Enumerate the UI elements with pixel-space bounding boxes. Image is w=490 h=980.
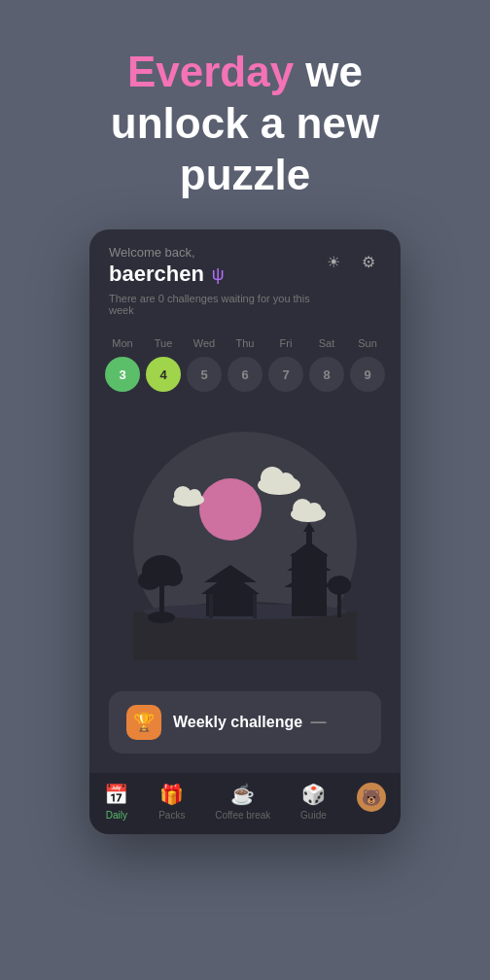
hero-section: Everday we unlock a new puzzle [72, 47, 418, 200]
day-label-wed: Wed [187, 337, 222, 349]
nav-coffee-break[interactable]: ☕ Coffee break [215, 783, 270, 821]
daily-label: Daily [106, 810, 127, 821]
settings-icon[interactable]: ⚙ [356, 249, 381, 274]
day-label-tue: Tue [146, 337, 181, 349]
guide-label: Guide [300, 810, 327, 821]
svg-rect-19 [206, 592, 255, 616]
svg-point-1 [199, 478, 262, 541]
hero-highlight: Everday [127, 48, 294, 95]
day-label-fri: Fri [268, 337, 303, 349]
phone-card: Welcome back, baerchen ψ There are 0 cha… [89, 229, 401, 834]
bottom-nav: 📅 Daily 🎁 Packs ☕ Coffee break 🎲 Guide 🐻 [89, 773, 401, 834]
avatar-icon: 🐻 [357, 783, 386, 812]
days-header: Mon Tue Wed Thu Fri Sat Sun [105, 337, 385, 349]
svg-point-10 [188, 489, 201, 503]
days-circles: 3 4 5 6 7 8 9 [105, 357, 385, 392]
trophy-icon: 🏆 [126, 705, 161, 740]
illustration-area [89, 407, 401, 680]
welcome-label: Welcome back, [109, 245, 321, 260]
card-header: Welcome back, baerchen ψ There are 0 cha… [89, 229, 401, 328]
svg-point-17 [163, 569, 183, 586]
nav-avatar[interactable]: 🐻 [357, 783, 386, 821]
svg-rect-23 [253, 594, 257, 618]
weekly-challenge-label: Weekly challenge — [173, 714, 327, 731]
day-3[interactable]: 3 [105, 357, 140, 392]
header-icons: ☀ ⚙ [321, 249, 381, 274]
svg-rect-22 [209, 594, 213, 618]
day-8[interactable]: 8 [309, 357, 344, 392]
packs-icon: 🎁 [159, 783, 184, 806]
coffee-label: Coffee break [215, 810, 270, 821]
day-6[interactable]: 6 [228, 357, 262, 392]
day-label-sun: Sun [350, 337, 385, 349]
packs-label: Packs [158, 810, 185, 821]
svg-point-31 [328, 576, 351, 595]
day-label-mon: Mon [105, 337, 140, 349]
days-row: Mon Tue Wed Thu Fri Sat Sun 3 4 5 6 7 8 … [89, 328, 401, 407]
nav-guide[interactable]: 🎲 Guide [300, 783, 327, 821]
weekly-challenge-bar[interactable]: 🏆 Weekly challenge — [109, 691, 381, 753]
svg-point-7 [306, 503, 322, 518]
daily-icon: 📅 [104, 783, 128, 806]
svg-point-16 [138, 571, 161, 590]
day-7[interactable]: 7 [268, 357, 303, 392]
day-label-sat: Sat [309, 337, 344, 349]
nav-daily[interactable]: 📅 Daily [104, 783, 128, 821]
username-row: baerchen ψ [109, 262, 321, 287]
username: baerchen [109, 262, 204, 287]
welcome-area: Welcome back, baerchen ψ There are 0 cha… [109, 245, 321, 316]
day-label-thu: Thu [228, 337, 262, 349]
coffee-icon: ☕ [230, 783, 255, 806]
day-5[interactable]: 5 [187, 357, 222, 392]
nav-packs[interactable]: 🎁 Packs [158, 783, 185, 821]
scene-illustration [128, 427, 362, 660]
svg-point-18 [148, 612, 175, 623]
day-9[interactable]: 9 [350, 357, 385, 392]
challenges-text: There are 0 challenges waiting for you t… [109, 293, 321, 316]
sun-icon[interactable]: ☀ [321, 249, 346, 274]
guide-icon: 🎲 [301, 783, 326, 806]
day-4[interactable]: 4 [146, 357, 181, 392]
hero-title: Everday we unlock a new puzzle [111, 47, 379, 200]
psi-icon: ψ [212, 264, 225, 285]
svg-point-4 [277, 472, 295, 490]
